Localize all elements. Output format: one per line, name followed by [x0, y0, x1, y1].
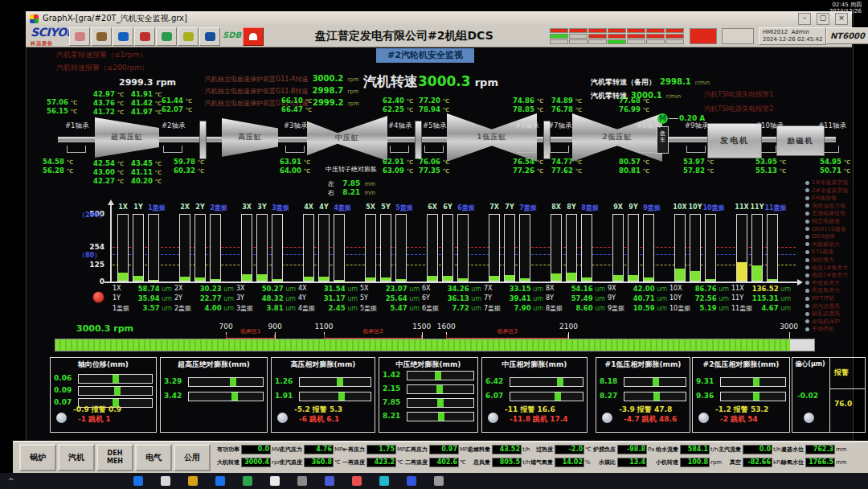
uhp-temp-bottom-right: 43.45 ℃41.11 ℃40.20 ℃	[131, 159, 162, 186]
app-icon[interactable]	[434, 476, 444, 486]
speed-tick-label: 2100	[559, 323, 578, 331]
bearing-temp-top: 57.06 ℃56.15 ℃	[47, 98, 77, 116]
vnc-icon[interactable]	[407, 476, 416, 486]
stat-主汽压力: 主汽压力4.76MPa	[276, 444, 339, 454]
vib-bar-fill	[644, 277, 653, 281]
folder-icon[interactable]	[188, 476, 198, 486]
vib-bar-1盖振	[148, 214, 159, 281]
taskbar-clock[interactable]: 02:45 周四2024/12/26	[829, 2, 862, 14]
panel-gauge	[78, 374, 153, 384]
alarm-matrix-cell	[665, 39, 684, 44]
right-alarm-item: DEH110超速	[805, 225, 845, 233]
search-icon[interactable]	[161, 476, 170, 486]
sdb-label[interactable]: SDB	[223, 31, 241, 39]
alarm-matrix-cell	[608, 34, 626, 39]
vib-bar-fill	[118, 273, 128, 281]
vib-value-11X: 11X136.52 um	[731, 285, 791, 293]
printer-icon[interactable]	[91, 27, 112, 46]
bearing-bracket	[390, 146, 409, 153]
bearing-label: #4轴承	[388, 121, 412, 131]
excel-icon[interactable]	[243, 476, 252, 486]
editor-icon[interactable]	[199, 27, 220, 46]
nav-turbine[interactable]: 汽机	[58, 444, 95, 471]
database-icon[interactable]	[113, 27, 133, 46]
monitor-icon[interactable]	[156, 27, 177, 46]
nav-boiler[interactable]: 锅炉	[19, 444, 56, 471]
vib-bar-label: 7盖振	[516, 203, 540, 212]
notepad-icon[interactable]	[270, 476, 280, 486]
vib-value-8X: 8X54.16 um	[546, 285, 605, 293]
vib-value-10Y: 10Y72.56 um	[669, 294, 729, 302]
panel-gauge	[188, 392, 264, 401]
bearing-label: #5轴承	[423, 121, 447, 131]
gauge-marker	[753, 378, 760, 386]
bearing-temp-bottom: 53.97 ℃57.82 ℃	[683, 158, 714, 175]
bearing-bracket	[517, 146, 536, 153]
transfer-icon[interactable]	[134, 27, 155, 46]
start-icon[interactable]	[133, 476, 143, 486]
vib-bar-fill	[242, 274, 252, 281]
nav-electrical[interactable]: 电气	[135, 444, 172, 471]
teams-icon[interactable]	[325, 476, 334, 486]
alarm-dot-icon	[805, 188, 809, 192]
right-alarm-item: 低压1#胀差大	[805, 264, 848, 272]
gauge-marker	[438, 413, 444, 421]
stat-凝器水位: 凝器水位762.3mm	[778, 444, 841, 454]
panel-value: 1.91	[275, 392, 293, 400]
alarm-matrix-cell	[588, 28, 607, 33]
bearing-bracket	[285, 146, 305, 153]
vib-value-8盖振: 8盖振8.60 um	[546, 304, 605, 313]
panel-trip-line: -1 跳机 1	[78, 414, 111, 425]
right-alarm-item: 发电机保护	[805, 318, 840, 326]
cylinder-label: 超高压缸	[95, 132, 159, 142]
hmi-icon[interactable]	[379, 476, 389, 486]
vib-bar-fill	[195, 277, 205, 281]
status-dot	[602, 413, 612, 423]
nav-common[interactable]: 公用	[174, 444, 211, 471]
panel-value: 1.26	[275, 377, 293, 385]
bearing-bracket	[424, 146, 444, 153]
restore-button[interactable]: ▢	[817, 13, 829, 25]
vib-value-3X: 3X50.27 um	[236, 285, 296, 293]
mode-box[interactable]	[722, 28, 754, 44]
panel-gauge	[407, 371, 474, 380]
alarm-bell-icon[interactable]	[243, 27, 264, 46]
vib-bar-1X	[117, 214, 129, 281]
vib-value-1X: 1X58.74 um	[113, 285, 172, 293]
folder-icon[interactable]	[178, 27, 199, 46]
right-alarm-item: ETS超速	[805, 248, 833, 256]
vib-bar-label: 11盖振	[764, 203, 788, 212]
panel-gauge	[624, 377, 686, 387]
gauge-marker	[113, 375, 119, 383]
panel-value: 9.31	[696, 377, 714, 385]
alarm-matrix-cell	[588, 34, 607, 39]
alarm-dot-icon	[805, 304, 809, 308]
vib-bar-10Y	[690, 214, 701, 281]
alarm-matrix-cell	[627, 34, 645, 39]
vib-bar-5X	[365, 214, 376, 281]
turbine-alarm-button[interactable]	[690, 28, 717, 44]
speed-tick	[422, 332, 423, 339]
speed-tick-label: 1600	[437, 323, 456, 331]
settings-icon[interactable]	[297, 476, 307, 486]
stat-一再温度: 一再温度423.2℃	[339, 457, 402, 467]
alarm-matrix	[550, 28, 686, 45]
users-icon[interactable]	[69, 27, 90, 46]
edge-icon[interactable]	[215, 476, 225, 486]
tray-expand-icon[interactable]: ^	[8, 477, 14, 485]
ip-expansion-title: 中压转子绝对膨胀	[326, 165, 377, 174]
panel-3: 高压相对膨胀(mm)1.261.91-5.2 报警 5.3-6 跳机 6.1	[271, 357, 375, 433]
bearing-label: #9轴承	[685, 121, 709, 131]
gauge-marker	[114, 387, 121, 395]
vib-bar-2X	[179, 214, 190, 281]
panel-gauge	[510, 377, 583, 387]
company-title: 盘江普定发电有限公司#2机组DCS	[315, 29, 493, 43]
alarm-dot-icon	[805, 289, 809, 293]
alarm-matrix-cell	[588, 39, 607, 44]
minimize-button[interactable]: –	[798, 13, 811, 25]
gauge-marker	[753, 392, 760, 401]
stat-总风量: 总风量805.5t/h	[465, 457, 527, 467]
nav-deh-meh[interactable]: DEHMEH	[96, 444, 133, 471]
vib-bar-7盖振	[519, 214, 530, 281]
paint-icon[interactable]	[352, 476, 362, 486]
